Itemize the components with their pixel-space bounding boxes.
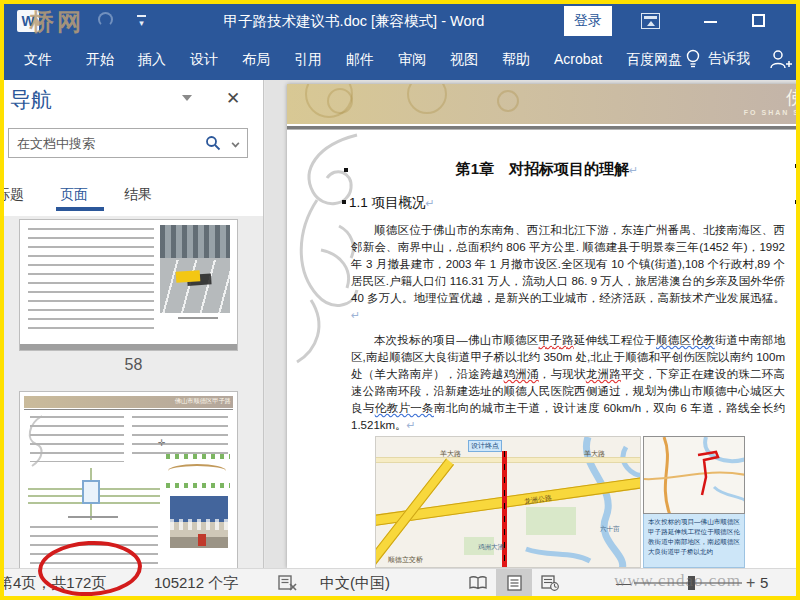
zoom-percentage[interactable]: 5 — [760, 574, 768, 591]
zoom-in-button[interactable]: + — [746, 574, 755, 592]
document-title: 甲子路技术建议书.doc [兼容模式] - Word — [134, 12, 574, 31]
thumbnail-image-caption-line — [178, 317, 218, 319]
paragraph-2: 本次投标的项目—佛山市顺德区甲子路延伸线工程位于顺德区伦教街道中南部地区,南起顺… — [351, 332, 785, 434]
site-logo-watermark: 桥网 — [30, 6, 84, 38]
map-label-liushimu: 六十亩 — [600, 525, 620, 534]
ribbon-tab-bar: 文件 开始 插入 设计 布局 引用 邮件 审阅 视图 帮助 Acrobat 百度… — [4, 38, 796, 80]
section-heading: 1.1 项目概况↵ — [349, 194, 435, 212]
tell-me-control[interactable]: 告诉我 — [686, 38, 750, 80]
paragraph-1: 顺德区位于佛山市的东南角、西江和北江下游，东连广州番禺、北接南海区、西邻新会、南… — [351, 222, 785, 324]
paragraph-mark: ↵ — [351, 309, 360, 321]
bridge-shape — [82, 480, 100, 504]
map-label-yangdalu-2: 羊大路 — [584, 449, 605, 459]
lightbulb-icon — [686, 49, 700, 69]
share-button[interactable] — [768, 38, 800, 80]
anchor-cross-icon: ✛ — [158, 438, 166, 448]
ribbon-display-options-icon[interactable] — [641, 13, 660, 29]
search-icon[interactable] — [205, 135, 221, 151]
tab-review[interactable]: 审阅 — [386, 38, 438, 80]
redo-icon[interactable] — [98, 12, 113, 27]
nav-search-box — [8, 128, 248, 158]
web-layout-button[interactable] — [532, 569, 568, 596]
document-page[interactable]: 佛 FO SHAN SH 第1章 对招标 — [287, 84, 796, 568]
road-plan-diagram — [28, 468, 160, 520]
title-bar: W 桥网 ▾ 甲子路技术建议书.doc [兼容模式] - Word 登录 — [4, 4, 796, 38]
tab-layout[interactable]: 布局 — [230, 38, 282, 80]
yellow-bus-shape — [176, 270, 201, 283]
main-area: 导航 ✕ 标题 页面 结果 — [4, 80, 796, 568]
minimize-button[interactable] — [692, 4, 730, 38]
thumbnail-page-number: 58 — [4, 356, 263, 374]
spellcheck-red-word: 甲子路 — [539, 334, 574, 346]
word-count-status[interactable]: 105212 个字 — [154, 574, 238, 593]
thumbnail-header-title: 佛山市顺德区甲子路 — [175, 397, 231, 406]
header-subtitle: FO SHAN SH — [744, 109, 796, 116]
search-input[interactable] — [9, 129, 191, 157]
paragraph-mark: ↵ — [629, 164, 638, 176]
thumbnail-text-lines — [28, 228, 154, 332]
header-big-char: 佛 — [786, 85, 796, 111]
status-bar: 第4页，共172页 105212 个字 中文(中国) — [4, 568, 796, 596]
tab-references[interactable]: 引用 — [282, 38, 334, 80]
profile-chart — [166, 454, 230, 488]
view-switcher — [460, 569, 568, 596]
web-layout-icon — [541, 575, 559, 591]
map-label-yangdalu: 羊大路 — [440, 449, 461, 459]
page-header-band: 佛 FO SHAN SH — [287, 84, 796, 124]
heading-square-mark — [342, 200, 346, 204]
paragraph-mark: ↵ — [426, 197, 435, 209]
tab-home[interactable]: 开始 — [74, 38, 126, 80]
nav-pane-close-icon[interactable]: ✕ — [226, 88, 240, 109]
thumbnail-header-band: 佛山市顺德区甲子路 — [24, 396, 233, 408]
page-bottom-edge — [20, 344, 237, 350]
location-map-figure: 设计终点 羊大路 羊大路 龙洲公路 鸡洲大涌 六十亩 顺德立交桥 — [375, 436, 747, 568]
tab-help[interactable]: 帮助 — [490, 38, 542, 80]
zoom-out-button[interactable]: — — [616, 574, 631, 591]
read-mode-icon — [469, 576, 487, 590]
tab-file[interactable]: 文件 — [8, 38, 68, 80]
tell-me-label: 告诉我 — [708, 50, 750, 68]
proofing-errors-icon[interactable] — [278, 575, 297, 591]
navigation-pane: 导航 ✕ 标题 页面 结果 — [4, 80, 264, 568]
tab-acrobat[interactable]: Acrobat — [542, 38, 614, 80]
maximize-button[interactable] — [740, 4, 778, 38]
site-url-watermark: www.cndao.com — [614, 571, 741, 591]
tab-view[interactable]: 视图 — [438, 38, 490, 80]
print-layout-icon — [507, 575, 522, 591]
nav-tab-headings[interactable]: 标题 — [0, 186, 24, 204]
page-thumbnail-58[interactable] — [20, 220, 237, 350]
tab-baidu-netdisk[interactable]: 百度网盘 — [614, 38, 694, 80]
chapter-heading: 第1章 对招标项目的理解↵ — [287, 160, 796, 179]
nav-pane-dropdown-icon[interactable] — [182, 95, 192, 101]
word-window: W 桥网 ▾ 甲子路技术建议书.doc [兼容模式] - Word 登录 文件 … — [0, 0, 800, 600]
map-label-jizhou: 鸡洲大涌 — [478, 543, 504, 552]
login-button[interactable]: 登录 — [564, 6, 612, 36]
read-mode-button[interactable] — [460, 569, 496, 596]
street-photo — [170, 496, 228, 548]
page-thumbnail-next[interactable]: 佛山市顺德区甲子路 ✛ — [20, 392, 237, 568]
add-person-icon — [768, 48, 792, 70]
map-caption-box: 本次投标的项目—佛山市顺德区甲子路延伸线工程位于顺德区伦教街道中南部地区，南起顺… — [643, 514, 745, 568]
map-label-endpoint: 设计终点 — [468, 440, 502, 452]
inset-map — [643, 436, 745, 514]
grammar-blue-word: 伦教片一条 — [375, 402, 434, 414]
search-options-dropdown-icon[interactable] — [232, 140, 240, 148]
tab-insert[interactable]: 插入 — [126, 38, 178, 80]
nav-tab-pages[interactable]: 页面 — [60, 186, 88, 204]
grammar-blue-word: 顺德区伦教 — [656, 334, 715, 346]
nav-pane-title: 导航 — [10, 86, 52, 114]
map-label-lijiao: 顺德立交桥 — [388, 555, 423, 565]
spellcheck-red-word: 鸡洲涌 — [504, 368, 539, 380]
zoom-slider-thumb[interactable] — [688, 576, 695, 590]
language-status[interactable]: 中文(中国) — [320, 574, 390, 593]
thumbnail-street-render-image — [160, 225, 230, 313]
nav-tab-results[interactable]: 结果 — [124, 186, 152, 204]
page-thumbnail-list: 58 佛山市顺德区甲子路 ✛ — [4, 216, 263, 568]
tab-design[interactable]: 设计 — [178, 38, 230, 80]
paragraph-mark: ↵ — [407, 419, 416, 431]
tab-mailings[interactable]: 邮件 — [334, 38, 386, 80]
page-count-status[interactable]: 第4页，共172页 — [0, 574, 106, 593]
document-area: 佛 FO SHAN SH 第1章 对招标 — [265, 80, 796, 568]
print-layout-button[interactable] — [496, 569, 532, 596]
main-map: 设计终点 羊大路 羊大路 龙洲公路 鸡洲大涌 六十亩 顺德立交桥 — [375, 436, 641, 568]
